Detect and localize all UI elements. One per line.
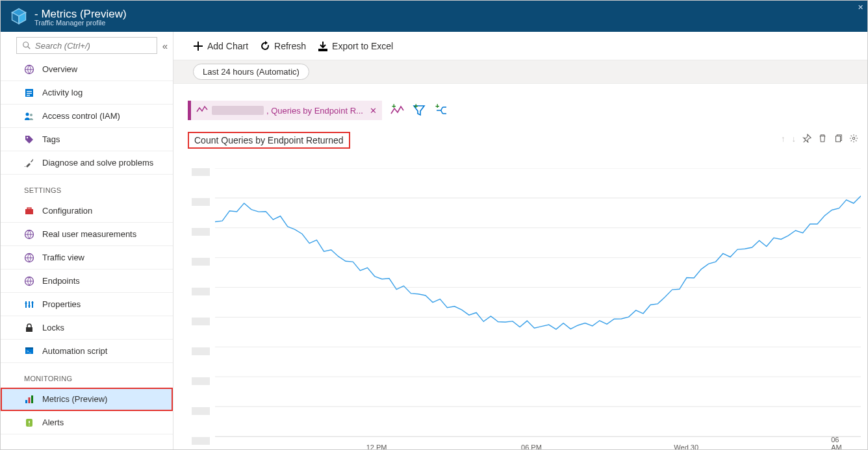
search-icon <box>22 41 31 50</box>
svg-text:>_: >_ <box>27 349 32 353</box>
y-axis-label <box>192 228 210 236</box>
sidebar-item-label: Alerts <box>42 418 64 427</box>
svg-rect-6 <box>27 95 30 95</box>
y-axis-label <box>192 288 210 295</box>
main-content: Add Chart Refresh Export to Excel Last 2… <box>173 32 867 449</box>
iam-icon <box>24 111 34 121</box>
sidebar-item-label: Activity log <box>42 88 83 97</box>
svg-rect-32 <box>836 136 841 142</box>
x-axis-label: 06 PM <box>521 444 542 449</box>
svg-rect-21 <box>26 327 32 332</box>
x-axis-label: Wed 30 <box>674 444 698 449</box>
sidebar-item-label: Properties <box>42 299 81 309</box>
add-filter-icon[interactable]: + <box>412 103 426 118</box>
header-bar: - Metrics (Preview) Traffic Manager prof… <box>1 1 867 32</box>
globe-icon <box>24 64 34 75</box>
sidebar: « OverviewActivity logAccess control (IA… <box>1 32 173 449</box>
svg-point-20 <box>31 301 33 303</box>
remove-metric-icon[interactable]: ✕ <box>370 106 377 116</box>
settings-icon[interactable] <box>849 134 858 145</box>
x-axis-label: 06 AM <box>831 436 851 449</box>
chart-title: Count Queries by Endpoint Returned <box>188 132 350 149</box>
sidebar-item-label: Real user measurements <box>42 229 136 239</box>
svg-rect-10 <box>25 209 33 214</box>
sidebar-item-endpoints[interactable]: Endpoints <box>1 269 173 293</box>
refresh-button[interactable]: Refresh <box>260 41 306 51</box>
sliders-icon <box>24 299 34 310</box>
y-axis-label <box>192 318 210 325</box>
sidebar-item-automation-script[interactable]: >_Automation script <box>1 340 173 363</box>
sidebar-item-overview[interactable]: Overview <box>1 58 173 81</box>
log-icon <box>24 88 34 98</box>
svg-text:+: + <box>414 103 418 110</box>
svg-rect-11 <box>27 208 31 209</box>
command-bar: Add Chart Refresh Export to Excel <box>173 32 867 60</box>
sidebar-item-label: Tags <box>42 134 60 144</box>
lock-icon <box>24 323 34 333</box>
sidebar-item-label: Configuration <box>42 206 92 216</box>
sidebar-item-label: Automation script <box>42 346 107 356</box>
tag-icon <box>24 134 34 145</box>
script-icon: >_ <box>24 346 34 356</box>
search-input-wrapper[interactable] <box>16 37 157 54</box>
collapse-sidebar-icon[interactable]: « <box>162 40 168 51</box>
sidebar-item-properties[interactable]: Properties <box>1 293 173 316</box>
chart-icon <box>24 394 34 405</box>
svg-line-1 <box>28 47 31 49</box>
globe-icon <box>24 229 34 240</box>
delete-icon[interactable] <box>818 134 827 145</box>
svg-rect-27 <box>31 395 33 403</box>
svg-point-7 <box>26 112 29 116</box>
sidebar-item-tags[interactable]: Tags <box>1 128 173 151</box>
move-down-icon[interactable]: ↓ <box>792 134 797 145</box>
y-axis-label <box>192 407 210 415</box>
add-chart-button[interactable]: Add Chart <box>193 41 248 51</box>
svg-point-8 <box>30 114 32 116</box>
sidebar-item-metrics-preview-[interactable]: Metrics (Preview) <box>1 388 173 411</box>
search-input[interactable] <box>35 41 151 51</box>
timerange-pill[interactable]: Last 24 hours (Automatic) <box>193 64 309 80</box>
sidebar-item-access-control-iam-[interactable]: Access control (IAM) <box>1 105 173 128</box>
x-axis-label: 12 PM <box>366 444 387 449</box>
sidebar-item-alerts[interactable]: Alerts <box>1 411 173 434</box>
page-subtitle: Traffic Manager profile <box>34 19 105 27</box>
sidebar-item-diagnose-and-solve-problems[interactable]: Diagnose and solve problems <box>1 151 173 175</box>
sidebar-item-real-user-measurements[interactable]: Real user measurements <box>1 223 173 246</box>
y-axis-label <box>192 377 210 385</box>
svg-rect-25 <box>25 400 27 403</box>
sidebar-section: MONITORING <box>1 363 173 388</box>
svg-point-0 <box>23 42 29 47</box>
y-axis-label <box>192 437 210 445</box>
sidebar-item-configuration[interactable]: Configuration <box>1 199 173 223</box>
globe-icon <box>24 276 34 286</box>
globe-icon <box>24 253 34 263</box>
copy-icon[interactable] <box>834 134 843 145</box>
sidebar-item-label: Diagnose and solve problems <box>42 158 153 168</box>
close-icon[interactable]: ✕ <box>858 3 863 12</box>
metric-tag[interactable]: , Queries by Endpoint R... ✕ <box>188 101 382 120</box>
add-metric-icon[interactable]: + <box>390 103 404 118</box>
export-button[interactable]: Export to Excel <box>318 41 393 51</box>
briefcase-icon <box>24 206 34 216</box>
pin-icon[interactable] <box>802 134 811 145</box>
sidebar-section: SETTINGS <box>1 175 173 199</box>
metric-redacted-name <box>212 106 264 115</box>
svg-point-19 <box>28 305 30 306</box>
sidebar-item-label: Access control (IAM) <box>42 111 120 121</box>
sidebar-item-locks[interactable]: Locks <box>1 316 173 340</box>
sidebar-item-label: Overview <box>42 64 77 74</box>
cube-icon <box>10 7 28 25</box>
add-split-icon[interactable]: + <box>434 103 448 118</box>
sidebar-item-label: Endpoints <box>42 276 80 286</box>
svg-point-18 <box>25 302 27 304</box>
svg-text:+: + <box>392 103 396 110</box>
refresh-icon <box>260 41 270 51</box>
chart-action-icons: ↑ ↓ <box>781 132 861 145</box>
sidebar-item-label: Traffic view <box>42 253 84 262</box>
sidebar-item-activity-log[interactable]: Activity log <box>1 81 173 105</box>
sidebar-item-label: Locks <box>42 323 64 332</box>
svg-rect-4 <box>27 91 32 92</box>
sidebar-item-traffic-view[interactable]: Traffic view <box>1 246 173 269</box>
move-up-icon[interactable]: ↑ <box>781 134 785 145</box>
sidebar-item-label: Metrics (Preview) <box>42 394 107 404</box>
